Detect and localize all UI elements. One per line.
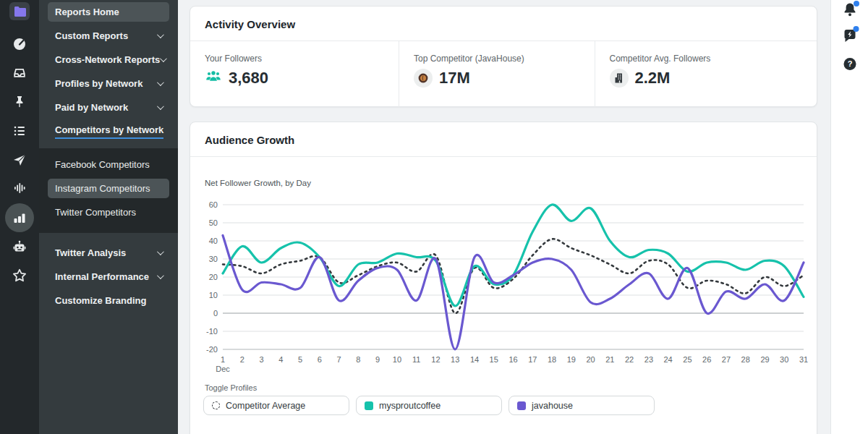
audience-growth-card: Audience Growth Net Follower Growth, by … (190, 122, 817, 434)
svg-text:31: 31 (799, 355, 808, 364)
sidebar-item-reports-home[interactable]: Reports Home (48, 2, 169, 22)
divider (190, 156, 817, 157)
stats-row: Your Followers 3,680 Top Competitor (Jav… (190, 41, 817, 107)
competitors-sub-panel: Facebook Competitors Instagram Competito… (39, 148, 178, 233)
bell-icon[interactable] (842, 1, 858, 22)
toggle-mysproutcoffee[interactable]: mysproutcoffee (356, 396, 502, 415)
svg-text:3: 3 (259, 355, 263, 364)
svg-text:7: 7 (337, 355, 341, 364)
sidebar-item-paid-by-network[interactable]: Paid by Network (48, 98, 169, 117)
svg-text:30: 30 (209, 255, 218, 263)
chevron-down-icon (157, 272, 164, 279)
svg-text:13: 13 (451, 355, 459, 364)
sidebar-item-competitors-by-network[interactable]: Competitors by Network (48, 122, 169, 141)
folder-icon[interactable] (9, 2, 30, 20)
sidebar-item-cross-network-reports[interactable]: Cross-Network Reports (48, 50, 169, 69)
svg-text:14: 14 (470, 355, 479, 364)
series-swatch (365, 401, 373, 410)
chevron-down-icon (157, 248, 164, 255)
series-swatch (517, 401, 526, 410)
pin-icon[interactable] (12, 95, 27, 109)
inbox-icon[interactable] (12, 66, 27, 80)
chevron-down-icon (157, 31, 164, 38)
svg-text:5: 5 (298, 355, 302, 364)
svg-text:?: ? (847, 59, 852, 68)
svg-text:27: 27 (722, 355, 731, 364)
svg-text:21: 21 (605, 355, 614, 364)
help-icon[interactable]: ? (843, 57, 856, 74)
sidebar-item-profiles-by-network[interactable]: Profiles by Network (48, 74, 169, 93)
svg-text:24: 24 (663, 355, 672, 364)
sidebar-item-twitter-analysis[interactable]: Twitter Analysis (48, 243, 169, 263)
notification-dot (853, 26, 859, 32)
reports-sidebar: Reports Home Custom Reports Cross-Networ… (39, 0, 178, 434)
bar-chart-icon[interactable] (5, 203, 34, 232)
toggle-profiles-label: Toggle Profiles (205, 383, 257, 392)
notification-dot (854, 1, 859, 7)
bot-icon[interactable] (12, 239, 27, 255)
svg-text:15: 15 (490, 355, 498, 364)
svg-text:4: 4 (278, 355, 283, 364)
star-icon[interactable] (12, 268, 27, 284)
svg-text:1: 1 (221, 355, 225, 364)
svg-text:30: 30 (780, 355, 788, 364)
svg-text:29: 29 (760, 355, 769, 364)
svg-text:8: 8 (356, 355, 360, 364)
list-icon[interactable] (12, 124, 27, 138)
gauge-icon[interactable] (12, 37, 27, 51)
waveform-icon[interactable] (12, 181, 27, 195)
svg-text:28: 28 (741, 355, 750, 364)
audience-growth-chart[interactable]: 6050403020100-10-20123456789101112131415… (202, 195, 818, 377)
svg-text:16: 16 (509, 355, 517, 364)
stat-your-followers: Your Followers 3,680 (190, 41, 399, 107)
sidebar-item-custom-reports[interactable]: Custom Reports (48, 26, 169, 46)
profile-toggles: Competitor Average mysproutcoffee javaho… (203, 396, 655, 415)
svg-text:60: 60 (209, 200, 218, 209)
sidebar-item-instagram-competitors[interactable]: Instagram Competitors (48, 179, 169, 198)
svg-text:20: 20 (209, 273, 218, 281)
sidebar-item-facebook-competitors[interactable]: Facebook Competitors (48, 155, 169, 174)
svg-text:-10: -10 (206, 327, 218, 336)
competitor-avatar (414, 69, 433, 88)
svg-text:Dec: Dec (216, 365, 230, 373)
app-icon-rail (0, 0, 39, 434)
sidebar-item-internal-performance[interactable]: Internal Performance (48, 267, 169, 286)
card-title: Activity Overview (190, 7, 817, 41)
building-icon (610, 69, 629, 88)
svg-text:2: 2 (240, 355, 244, 364)
svg-text:25: 25 (683, 355, 692, 364)
svg-text:9: 9 (375, 355, 380, 364)
svg-text:19: 19 (567, 355, 576, 364)
sidebar-item-customize-branding[interactable]: Customize Branding (48, 291, 169, 310)
svg-text:26: 26 (702, 355, 711, 364)
svg-text:18: 18 (548, 355, 556, 364)
activity-overview-card: Activity Overview Your Followers 3,680 T… (190, 6, 817, 107)
svg-text:22: 22 (625, 355, 634, 364)
svg-text:-20: -20 (206, 345, 218, 354)
followers-group-icon (205, 69, 222, 88)
svg-text:50: 50 (209, 218, 218, 227)
send-icon[interactable] (12, 153, 27, 167)
chevron-down-icon (157, 79, 164, 86)
svg-text:23: 23 (644, 355, 653, 364)
sidebar-item-twitter-competitors[interactable]: Twitter Competitors (48, 203, 169, 222)
svg-text:10: 10 (393, 355, 401, 364)
svg-text:20: 20 (586, 355, 595, 364)
chevron-down-icon (160, 55, 167, 62)
svg-text:0: 0 (213, 309, 218, 318)
svg-text:10: 10 (209, 291, 218, 299)
chevron-down-icon (157, 103, 164, 110)
dashed-circle-icon (212, 401, 220, 409)
chat-bolt-icon[interactable] (842, 27, 857, 46)
svg-text:11: 11 (412, 355, 420, 364)
svg-text:6: 6 (318, 355, 322, 364)
card-title: Audience Growth (190, 122, 817, 156)
svg-text:17: 17 (528, 355, 537, 364)
chart-subtitle: Net Follower Growth, by Day (205, 179, 311, 187)
svg-text:40: 40 (209, 237, 218, 245)
toggle-competitor-average[interactable]: Competitor Average (203, 396, 349, 415)
svg-text:12: 12 (431, 355, 440, 364)
stat-top-competitor: Top Competitor (JavaHouse) 17M (399, 41, 595, 107)
utility-rail: ? (830, 0, 868, 434)
toggle-javahouse[interactable]: javahouse (509, 396, 655, 415)
